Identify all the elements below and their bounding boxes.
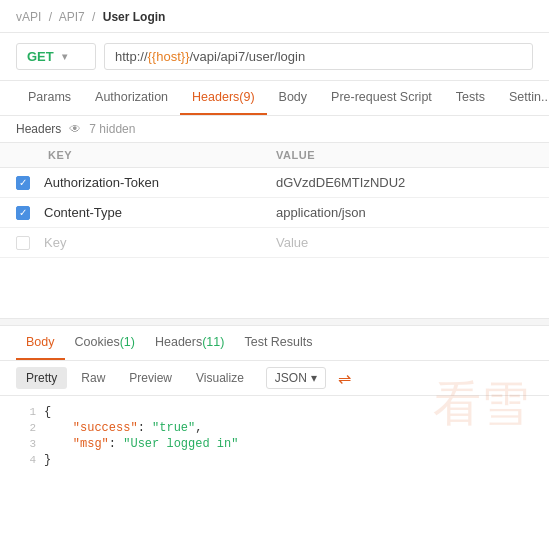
section-divider (0, 318, 549, 326)
tab-tests[interactable]: Tests (444, 81, 497, 115)
hidden-count-label: 7 hidden (89, 122, 135, 136)
col-value-header: VALUE (276, 149, 533, 161)
format-pretty-button[interactable]: Pretty (16, 367, 67, 389)
row3-checkbox-empty[interactable] (16, 236, 30, 250)
row2-checkbox[interactable] (16, 206, 30, 220)
row3-key-placeholder[interactable]: Key (44, 235, 276, 250)
table-row: Content-Type application/json (0, 198, 549, 228)
response-tabs: Body Cookies(1) Headers(11) Test Results (0, 326, 549, 361)
breadcrumb-item-vapi[interactable]: vAPI (16, 10, 41, 24)
row2-key[interactable]: Content-Type (44, 205, 276, 220)
tab-params[interactable]: Params (16, 81, 83, 115)
code-line-3: 3 "msg": "User logged in" (0, 436, 549, 452)
headers-label: Headers (16, 122, 61, 136)
line-num-1: 1 (16, 406, 36, 418)
code-line-2: 2 "success": "true", (0, 420, 549, 436)
line-content-4: } (44, 453, 533, 467)
tab-settings[interactable]: Settin... (497, 81, 549, 115)
line-content-3: "msg": "User logged in" (44, 437, 533, 451)
code-area: 1 { 2 "success": "true", 3 "msg": "User … (0, 396, 549, 476)
line-num-3: 3 (16, 438, 36, 450)
format-preview-button[interactable]: Preview (119, 367, 182, 389)
format-visualize-button[interactable]: Visualize (186, 367, 254, 389)
row1-checkbox[interactable] (16, 176, 30, 190)
url-host: {{host}} (148, 49, 190, 64)
json-format-label: JSON (275, 371, 307, 385)
format-raw-button[interactable]: Raw (71, 367, 115, 389)
breadcrumb-sep-2: / (92, 10, 95, 24)
tab-prerequest[interactable]: Pre-request Script (319, 81, 444, 115)
eye-icon: 👁 (69, 122, 81, 136)
headers-info-row: Headers 👁 7 hidden (0, 116, 549, 143)
breadcrumb-sep-1: / (49, 10, 52, 24)
code-line-4: 4 } (0, 452, 549, 468)
row2-value[interactable]: application/json (276, 205, 533, 220)
headers-table: KEY VALUE Authorization-Token dGVzdDE6MT… (0, 143, 549, 258)
breadcrumb-current: User Login (103, 10, 166, 24)
tab-body[interactable]: Body (267, 81, 320, 115)
response-tab-testresults[interactable]: Test Results (234, 326, 322, 360)
method-select[interactable]: GET ▾ (16, 43, 96, 70)
row1-value[interactable]: dGVzdDE6MTIzNDU2 (276, 175, 533, 190)
tab-authorization[interactable]: Authorization (83, 81, 180, 115)
json-format-chevron-icon: ▾ (311, 371, 317, 385)
breadcrumb-item-api7[interactable]: API7 (59, 10, 85, 24)
response-tab-headers[interactable]: Headers(11) (145, 326, 234, 360)
breadcrumb: vAPI / API7 / User Login (0, 0, 549, 33)
method-chevron-icon: ▾ (62, 51, 67, 62)
row1-key[interactable]: Authorization-Token (44, 175, 276, 190)
method-label: GET (27, 49, 54, 64)
table-row-empty: Key Value (0, 228, 549, 258)
response-tab-body[interactable]: Body (16, 326, 65, 360)
line-content-1: { (44, 405, 533, 419)
url-bar: GET ▾ http://{{host}}/vapi/api7/user/log… (0, 33, 549, 81)
line-num-2: 2 (16, 422, 36, 434)
json-format-select[interactable]: JSON ▾ (266, 367, 326, 389)
code-line-1: 1 { (0, 404, 549, 420)
url-input[interactable]: http://{{host}}/vapi/api7/user/login (104, 43, 533, 70)
line-content-2: "success": "true", (44, 421, 533, 435)
request-tabs: Params Authorization Headers(9) Body Pre… (0, 81, 549, 116)
table-row: Authorization-Token dGVzdDE6MTIzNDU2 (0, 168, 549, 198)
table-header-row: KEY VALUE (0, 143, 549, 168)
col-key-header: KEY (16, 149, 276, 161)
row3-value-placeholder[interactable]: Value (276, 235, 533, 250)
wrap-button[interactable]: ⇌ (338, 369, 351, 388)
tab-headers[interactable]: Headers(9) (180, 81, 267, 115)
line-num-4: 4 (16, 454, 36, 466)
response-tab-cookies[interactable]: Cookies(1) (65, 326, 145, 360)
empty-area (0, 258, 549, 318)
body-format-row: Pretty Raw Preview Visualize JSON ▾ ⇌ (0, 361, 549, 396)
